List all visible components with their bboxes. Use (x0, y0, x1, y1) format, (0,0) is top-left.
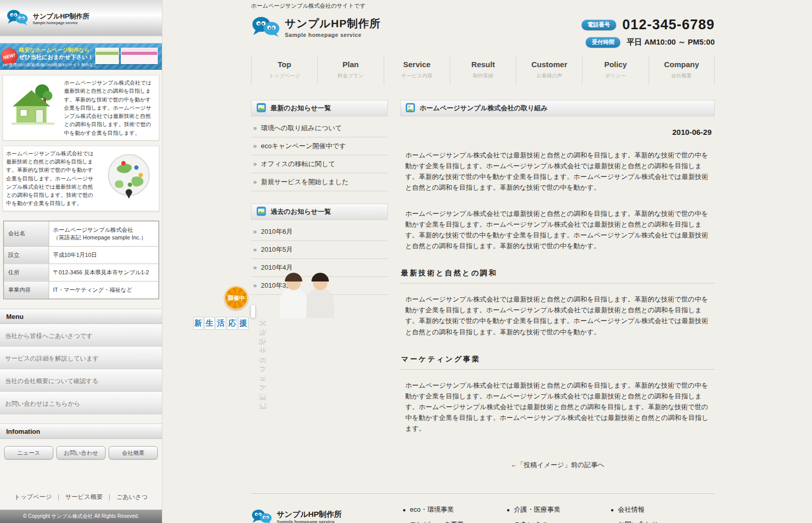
ad-thumbnail-pink (121, 48, 158, 64)
brand-logo-icon (251, 508, 273, 523)
information-heading: Infomation (0, 424, 162, 439)
business-hours: 平日 AM10:00 ～ PM5:00 (627, 37, 715, 47)
list-item: ●eco・環境事業 (403, 505, 507, 514)
double-chevron-icon: » (253, 228, 257, 235)
sidebar: サンプルHP制作所 Sample homepage service NEW! 格… (0, 0, 162, 523)
nav-item-service[interactable]: Service サービス内容 (384, 57, 450, 85)
globe-image (102, 149, 156, 203)
separator: ｜ (107, 493, 113, 500)
news-link[interactable]: ecoキャンペーン開催中です (261, 142, 346, 151)
footer-link[interactable]: eco・環境事業 (410, 505, 454, 514)
article-icon (405, 103, 415, 114)
news-button[interactable]: ニュース (4, 446, 53, 459)
sidebar-link-greeting[interactable]: ごあいさつ (116, 493, 148, 500)
sidebar-menu-item-company[interactable]: 当社の会社概要について確認する (0, 369, 162, 392)
list-item: ●コンピュータ事業 (403, 520, 507, 523)
eco-house-image (6, 78, 60, 132)
table-row: 事業内容 IT・マーケティング・福祉など (4, 281, 159, 299)
footer-links-col-1: ●eco・環境事業 ●コンピュータ事業 ●飲食店事業 (403, 505, 507, 523)
article-paragraph: ホームページサンプル株式会社では最新技術と自然との調和を目指します。革新的な技術… (405, 380, 713, 434)
main-nav: Top トップページ Plan 料金プラン Service サービス内容 Res… (251, 57, 715, 85)
brand-name: サンプルHP制作所 (285, 16, 381, 31)
address-label: 住所 (4, 264, 49, 281)
business-label: 事業内容 (4, 281, 49, 299)
nav-item-policy[interactable]: Policy ポリシー (582, 57, 648, 85)
company-name-value: ホームページサンプル株式会社 （英語表記 Homepage sample Inc… (49, 221, 159, 247)
prev-post-link-wrap: ←「投稿イメージ」前の記事へ (400, 460, 715, 470)
news-link[interactable]: 環境への取り組みについて (261, 124, 342, 133)
prev-post-link[interactable]: ←「投稿イメージ」前の記事へ (510, 461, 605, 469)
sidebar-copyright: © Copyright サンプル株式会社 All Rights Reseved. (0, 510, 162, 523)
sidebar-ad-banner[interactable]: NEW! 格安なホームページ制作なら ぜひ当社におまかせ下さい！ HP運用/SE… (0, 43, 162, 70)
sidebar-menu-item-contact[interactable]: お問い合わせはこちらから (0, 392, 162, 414)
sidebar-link-top[interactable]: トップページ (14, 493, 52, 500)
main-footer: サンプルHP制作所 Sample homepage service ●eco・環… (251, 493, 715, 523)
sidebar-brand-name: サンプルHP制作所 (33, 12, 89, 21)
sidebar-menu-item-greeting[interactable]: 当社から皆様へごあいさつです (0, 324, 162, 347)
footer-link[interactable]: 介護・医療事業 (514, 505, 560, 514)
double-chevron-icon: » (253, 246, 257, 253)
latest-news-header: 最新のお知らせ一覧 (251, 100, 388, 116)
founded-label: 設立 (4, 246, 49, 264)
double-chevron-icon: » (253, 160, 257, 168)
notice-icon (256, 206, 266, 218)
phone-number: 012-345-6789 (622, 17, 715, 33)
latest-news-list: »環境への取り組みについて »ecoキャンペーン開催中です »オフィスの移転に関… (251, 119, 388, 191)
nav-item-top[interactable]: Top トップページ (251, 57, 317, 85)
ad-subline: ぜひ当社におまかせ下さい！ (19, 53, 93, 61)
footer-link[interactable]: 会社情報 (618, 505, 644, 514)
sidebar-footer-links: トップページ ｜ サービス概要 ｜ ごあいさつ (0, 486, 162, 510)
past-news-header: 過去のお知らせ一覧 (251, 204, 388, 220)
notice-icon (256, 103, 266, 114)
information-buttons: ニュース お問い合わせ 会社概要 (0, 439, 162, 462)
article-subheading-harmony: 最新技術と自然との調和 (400, 269, 715, 284)
list-item: ●会社情報 (611, 505, 715, 514)
list-item: »オフィスの移転に関して (251, 155, 388, 173)
footer-brand-tagline: Sample homepage service (277, 519, 342, 523)
article-paragraph: ホームページサンプル株式会社では最新技術と自然との調和を目指します。革新的な技術… (405, 208, 713, 251)
menu-heading: Menu (0, 309, 162, 324)
nav-item-customer[interactable]: Customer お客様の声 (516, 57, 582, 85)
nav-item-plan[interactable]: Plan 料金プラン (317, 57, 383, 85)
news-link[interactable]: オフィスの移転に関して (261, 159, 335, 169)
campaign-banner[interactable]: 大好評中の フェア開催 新 生 活 応 援 開催中 (251, 305, 255, 318)
double-chevron-icon: » (253, 178, 257, 186)
article-subheading-marketing: マーケティング事業 (400, 355, 715, 370)
company-button[interactable]: 会社概要 (109, 446, 158, 459)
main-header: サンプルHP制作所 Sample homepage service 電話番号 0… (251, 15, 715, 52)
sidebar-logo[interactable]: サンプルHP制作所 Sample homepage service (0, 0, 162, 37)
double-chevron-icon: » (253, 142, 257, 150)
header-logo[interactable]: サンプルHP制作所 Sample homepage service (251, 15, 381, 39)
list-item: »ecoキャンペーン開催中です (251, 137, 388, 155)
list-item: ●介護・医療事業 (507, 505, 611, 514)
sidebar-link-service[interactable]: サービス概要 (66, 493, 103, 500)
company-name-label: 会社名 (4, 221, 49, 247)
archive-link[interactable]: 2010年4月 (261, 263, 293, 272)
brand-logo-icon (251, 15, 281, 39)
footer-links-col-2: ●介護・医療事業 ●ごあいさつ ●サービス概要 (507, 505, 611, 523)
ad-thumbnail-green (95, 48, 119, 64)
table-row: 会社名 ホームページサンプル株式会社 （英語表記 Homepage sample… (4, 221, 159, 247)
news-link[interactable]: 新規サービスを開始しました (261, 177, 348, 187)
double-chevron-icon: » (253, 264, 257, 271)
sidebar-intro-box-1: ホームページサンプル株式会社では最新技術と自然との調和を目指します。革新的な技術… (3, 75, 159, 140)
double-chevron-icon: » (253, 281, 257, 289)
bullet-icon: ● (507, 507, 510, 513)
footer-link[interactable]: コンピュータ事業 (410, 520, 464, 523)
article-paragraph: ホームページサンプル株式会社では最新技術と自然との調和を目指します。革新的な技術… (405, 150, 713, 193)
footer-link[interactable]: ごあいさつ (514, 520, 548, 523)
footer-brand-name: サンプルHP制作所 (277, 510, 342, 519)
footer-logo[interactable]: サンプルHP制作所 Sample homepage service (251, 505, 403, 523)
ad-services-list: HP運用/SEO対策/各種CMS構築/ECサイト制作など (3, 62, 98, 68)
contact-button[interactable]: お問い合わせ (56, 446, 106, 459)
company-info-table: 会社名 ホームページサンプル株式会社 （英語表記 Homepage sample… (3, 220, 159, 299)
list-item: »2010年6月 (251, 223, 388, 241)
footer-link[interactable]: お問い合わせ (618, 520, 658, 523)
ad-thumbnails (95, 48, 158, 64)
archive-link[interactable]: 2010年6月 (261, 227, 293, 236)
nav-item-company[interactable]: Company 会社概要 (649, 57, 715, 85)
notices-column: 最新のお知らせ一覧 »環境への取り組みについて »ecoキャンペーン開催中です … (251, 100, 388, 475)
archive-link[interactable]: 2010年5月 (261, 245, 293, 254)
sidebar-menu-item-service[interactable]: サービスの詳細を解説しています (0, 347, 162, 369)
nav-item-result[interactable]: Result 制作実績 (450, 57, 516, 85)
